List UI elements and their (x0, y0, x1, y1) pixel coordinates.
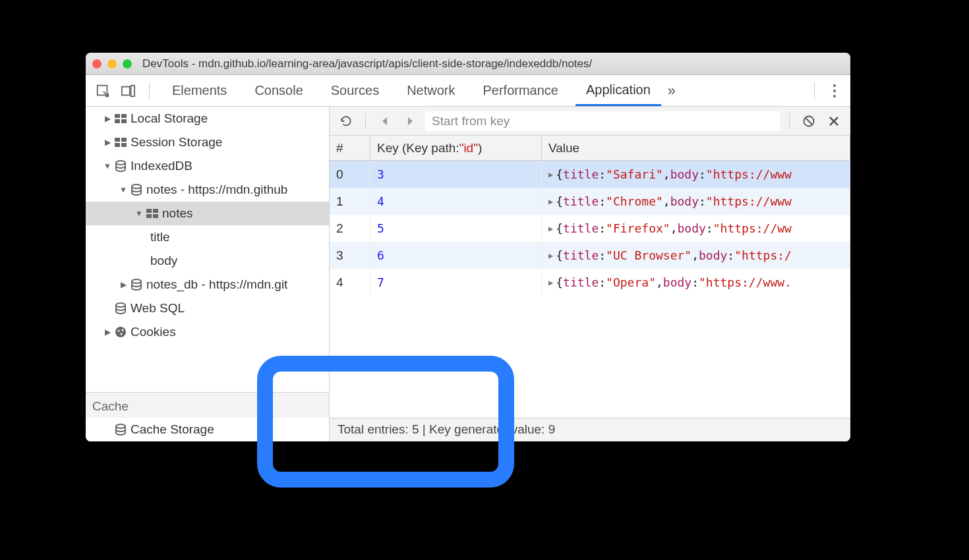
expand-object-icon[interactable]: ▶ (548, 251, 553, 260)
svg-point-19 (115, 327, 126, 337)
minimize-window-button[interactable] (107, 59, 117, 69)
database-icon (129, 184, 144, 196)
svg-point-11 (116, 161, 125, 165)
table-body: 03▶{title: "Safari", body: "https://www1… (330, 161, 850, 418)
main-panel: # Key (Key path: "id") Value 03▶{title: … (330, 107, 850, 441)
database-icon (113, 302, 128, 314)
column-header-key[interactable]: Key (Key path: "id") (370, 136, 542, 160)
data-toolbar (330, 107, 850, 136)
svg-rect-7 (115, 138, 120, 142)
sidebar-item-label: Session Storage (131, 135, 222, 150)
chevron-down-icon: ▼ (119, 185, 128, 194)
table-row[interactable]: 14▶{title: "Chrome", body: "https://www (330, 188, 850, 215)
sidebar-item-cache-storage[interactable]: Cache Storage (86, 418, 329, 441)
chevron-down-icon: ▼ (103, 161, 112, 171)
sidebar-item-label: Web SQL (131, 301, 185, 316)
expand-object-icon[interactable]: ▶ (548, 224, 553, 233)
sidebar-item-websql[interactable]: Web SQL (86, 296, 329, 320)
divider (789, 113, 790, 129)
chevron-down-icon: ▼ (134, 209, 144, 218)
clear-store-icon[interactable] (799, 111, 819, 131)
svg-rect-14 (153, 209, 158, 213)
sidebar-item-index-title[interactable]: title (86, 225, 329, 249)
tab-elements[interactable]: Elements (162, 75, 237, 106)
svg-rect-10 (121, 143, 127, 147)
column-header-index[interactable]: # (330, 136, 370, 160)
sidebar-item-label: notes_db - https://mdn.git (146, 277, 287, 292)
storage-icon (113, 138, 128, 147)
expand-object-icon[interactable]: ▶ (548, 197, 553, 206)
device-toolbar-icon[interactable] (119, 82, 137, 100)
close-window-button[interactable] (92, 59, 102, 69)
cell-key: 5 (370, 215, 542, 242)
table-row[interactable]: 47▶{title: "Opera", body: "https://www. (330, 269, 850, 296)
maximize-window-button[interactable] (123, 59, 132, 69)
cell-value: ▶{title: "Opera", body: "https://www. (542, 269, 850, 296)
cell-key: 7 (370, 269, 542, 296)
tab-network[interactable]: Network (396, 75, 465, 106)
expand-object-icon[interactable]: ▶ (548, 170, 553, 179)
sidebar-section-cache: Cache (86, 392, 329, 418)
window-title: DevTools - mdn.github.io/learning-area/j… (142, 57, 592, 70)
tab-application[interactable]: Application (575, 75, 661, 106)
sidebar-item-index-body[interactable]: body (86, 249, 329, 273)
sidebar-item-label: body (150, 254, 177, 268)
cell-value: ▶{title: "Safari", body: "https://www (542, 161, 850, 188)
refresh-icon[interactable] (336, 111, 356, 131)
table-row[interactable]: 25▶{title: "Firefox", body: "https://ww (330, 215, 850, 242)
sidebar-item-db-notes[interactable]: ▼ notes - https://mdn.github (86, 178, 329, 202)
devtools-window: DevTools - mdn.github.io/learning-area/j… (86, 53, 850, 441)
svg-point-18 (116, 303, 125, 307)
database-icon (113, 160, 128, 172)
sidebar-item-label: notes - https://mdn.github (146, 182, 287, 197)
sidebar-item-cookies[interactable]: ▶ Cookies (86, 320, 329, 344)
sidebar-item-label: IndexedDB (131, 159, 192, 173)
sidebar-item-indexeddb[interactable]: ▼ IndexedDB (86, 154, 329, 178)
svg-rect-2 (131, 85, 135, 96)
sidebar-item-db-notesdb[interactable]: ▶ notes_db - https://mdn.git (86, 273, 329, 296)
tabs-overflow-icon[interactable]: » (668, 82, 676, 99)
tab-sources[interactable]: Sources (320, 75, 390, 106)
svg-rect-15 (146, 214, 152, 218)
sidebar-item-local-storage[interactable]: ▶ Local Storage (86, 107, 329, 130)
cell-key: 4 (370, 188, 542, 215)
chevron-right-icon: ▶ (103, 114, 112, 123)
body: ▶ Local Storage ▶ Session Storage ▼ (86, 107, 850, 441)
cell-index: 2 (330, 215, 370, 242)
svg-rect-16 (153, 214, 158, 218)
more-options-icon[interactable] (827, 84, 842, 98)
tab-performance[interactable]: Performance (473, 75, 570, 106)
inspect-element-icon[interactable] (94, 82, 112, 100)
cell-index: 0 (330, 161, 370, 188)
prev-page-icon[interactable] (375, 111, 395, 131)
key-filter-input[interactable] (425, 111, 780, 131)
devtools-tabbar: Elements Console Sources Network Perform… (86, 75, 850, 107)
sidebar-item-label: title (150, 230, 170, 244)
svg-point-20 (118, 330, 120, 332)
table-header: # Key (Key path: "id") Value (330, 136, 850, 161)
sidebar-item-session-storage[interactable]: ▶ Session Storage (86, 130, 329, 154)
sidebar-item-store-notes[interactable]: ▼ notes (86, 202, 329, 225)
traffic-lights (92, 59, 132, 69)
svg-line-25 (806, 118, 812, 125)
database-icon (113, 424, 128, 435)
table-row[interactable]: 36▶{title: "UC Browser", body: "https:/ (330, 242, 850, 269)
svg-point-21 (122, 329, 124, 331)
expand-object-icon[interactable]: ▶ (548, 278, 553, 287)
divider (814, 82, 815, 99)
status-bar: Total entries: 5 | Key generator value: … (330, 418, 850, 441)
delete-selected-icon[interactable] (824, 111, 844, 131)
sidebar-item-label: Local Storage (131, 111, 208, 126)
cell-index: 4 (330, 269, 370, 296)
column-header-value[interactable]: Value (542, 136, 850, 160)
tab-console[interactable]: Console (244, 75, 313, 106)
storage-sidebar: ▶ Local Storage ▶ Session Storage ▼ (86, 107, 330, 441)
svg-rect-8 (121, 138, 127, 142)
svg-point-12 (132, 184, 141, 188)
cell-key: 3 (370, 161, 542, 188)
svg-rect-9 (115, 143, 120, 147)
table-row[interactable]: 03▶{title: "Safari", body: "https://www (330, 161, 850, 188)
database-icon (129, 279, 144, 291)
divider (149, 82, 150, 99)
next-page-icon[interactable] (400, 111, 420, 131)
